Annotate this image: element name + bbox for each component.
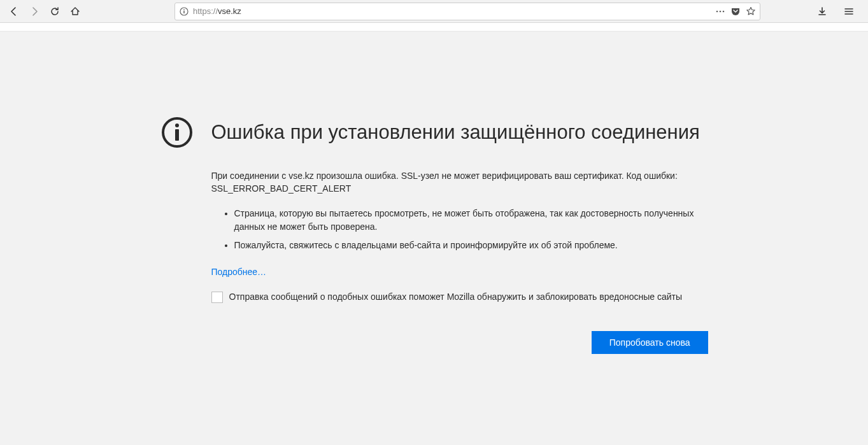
- svg-rect-8: [175, 129, 179, 141]
- error-description: При соединении с vse.kz произошла ошибка…: [211, 169, 708, 195]
- hamburger-icon: [844, 6, 854, 17]
- retry-button[interactable]: Попробовать снова: [592, 331, 708, 354]
- svg-point-4: [720, 10, 722, 12]
- error-bullet: Страница, которую вы пытаетесь просмотре…: [234, 207, 708, 234]
- error-title: Ошибка при установлении защищённого соед…: [211, 121, 708, 144]
- toolbar-shadow: [0, 23, 868, 32]
- error-bullet: Пожалуйста, свяжитесь с владельцами веб-…: [234, 239, 708, 252]
- downloads-button[interactable]: [813, 3, 831, 20]
- arrow-right-icon: [29, 6, 39, 17]
- url-text: https://vse.kz: [193, 3, 711, 20]
- svg-point-5: [723, 10, 725, 12]
- browser-toolbar: https://vse.kz: [0, 0, 868, 23]
- report-label: Отправка сообщений о подобных ошибках по…: [229, 291, 682, 304]
- error-bullet-list: Страница, которую вы пытаетесь просмотре…: [234, 207, 708, 252]
- home-button[interactable]: [66, 3, 84, 20]
- reload-icon: [50, 6, 60, 17]
- back-button[interactable]: [5, 3, 23, 20]
- reload-button[interactable]: [46, 3, 64, 20]
- learn-more-link[interactable]: Подробнее…: [211, 267, 267, 277]
- page-content: Ошибка при установлении защищённого соед…: [0, 32, 868, 354]
- report-checkbox[interactable]: [211, 292, 223, 303]
- download-icon: [817, 6, 827, 17]
- arrow-left-icon: [9, 6, 19, 17]
- svg-point-7: [175, 124, 179, 127]
- svg-point-3: [716, 10, 718, 12]
- error-info-icon: [160, 116, 194, 152]
- pocket-icon[interactable]: [730, 6, 741, 17]
- menu-button[interactable]: [840, 3, 858, 20]
- error-container: Ошибка при установлении защищённого соед…: [160, 121, 708, 354]
- svg-rect-2: [183, 11, 185, 13]
- identity-info-icon[interactable]: [179, 6, 189, 17]
- forward-button[interactable]: [25, 3, 43, 20]
- url-bar[interactable]: https://vse.kz: [174, 3, 760, 20]
- report-row: Отправка сообщений о подобных ошибках по…: [211, 291, 708, 304]
- svg-point-1: [183, 9, 185, 10]
- bookmark-star-icon[interactable]: [746, 6, 756, 17]
- home-icon: [70, 6, 80, 17]
- more-icon[interactable]: [715, 6, 725, 17]
